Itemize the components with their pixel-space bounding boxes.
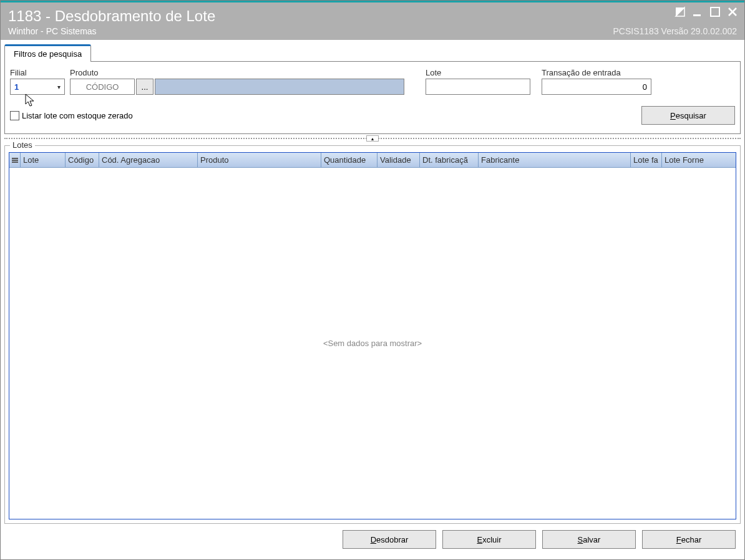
button-bar: Desdobrar Excluir Salvar Fechar: [4, 524, 741, 551]
zero-stock-checkbox[interactable]: [10, 111, 19, 120]
svg-rect-2: [12, 158, 18, 159]
tab-filtros[interactable]: Filtros de pesquisa: [4, 44, 91, 62]
col-quantidade[interactable]: Quantidade: [321, 153, 377, 167]
window-controls: [674, 6, 738, 17]
no-data-label: <Sem dados para mostrar>: [323, 339, 422, 348]
zero-stock-checkbox-group: Listar lote com estoque zerado: [10, 111, 133, 120]
lote-group: Lote: [426, 68, 530, 95]
col-lote-fa[interactable]: Lote fa: [631, 153, 662, 167]
col-fabricante[interactable]: Fabricante: [479, 153, 631, 167]
svg-rect-3: [12, 160, 18, 161]
col-codigo[interactable]: Código: [66, 153, 99, 167]
lookup-button[interactable]: ...: [136, 79, 153, 95]
desdobrar-button[interactable]: Desdobrar: [343, 530, 436, 549]
splitter[interactable]: ▴: [4, 135, 741, 144]
lotes-grid: Lote Código Cód. Agregacao Produto Quant…: [9, 152, 736, 519]
svg-rect-4: [12, 162, 18, 163]
maximize-icon[interactable]: [709, 6, 721, 17]
svg-rect-0: [693, 14, 701, 16]
svg-rect-1: [711, 7, 719, 16]
filter-row-2: Listar lote com estoque zerado Pesquisar: [10, 106, 735, 125]
zero-stock-label: Listar lote com estoque zerado: [22, 111, 133, 120]
close-icon[interactable]: [727, 6, 738, 17]
col-lote-forne[interactable]: Lote Forne: [662, 153, 716, 167]
transacao-input[interactable]: [542, 79, 651, 95]
produto-group: Produto ...: [70, 68, 404, 95]
col-lote[interactable]: Lote: [21, 153, 66, 167]
lote-input[interactable]: [426, 79, 530, 95]
chevron-down-icon: ▾: [57, 84, 61, 90]
filial-label: Filial: [10, 68, 65, 77]
grid-header: Lote Código Cód. Agregacao Produto Quant…: [9, 153, 736, 168]
version-label: PCSIS1183 Versão 29.0.02.002: [613, 26, 737, 36]
content-area: Filtros de pesquisa Filial 1 ▾ Produto: [1, 40, 744, 555]
titlebar: 1183 - Desdobramento de Lote Winthor - P…: [1, 2, 744, 40]
transacao-group: Transação de entrada: [542, 68, 651, 95]
filial-select[interactable]: 1 ▾: [10, 79, 65, 95]
salvar-button[interactable]: Salvar: [542, 530, 636, 549]
filter-row-1: Filial 1 ▾ Produto ...: [10, 68, 735, 95]
col-produto[interactable]: Produto: [198, 153, 321, 167]
lote-label: Lote: [426, 68, 530, 77]
filial-value: 1: [14, 82, 19, 92]
splitter-handle-icon[interactable]: ▴: [366, 135, 379, 142]
window-title: 1183 - Desdobramento de Lote: [8, 7, 737, 25]
lotes-legend: Lotes: [10, 140, 35, 150]
codigo-input[interactable]: [70, 79, 135, 95]
pesquisar-button[interactable]: Pesquisar: [641, 106, 735, 125]
filter-panel: Filial 1 ▾ Produto ...: [4, 61, 741, 134]
app-window: 1183 - Desdobramento de Lote Winthor - P…: [0, 0, 745, 560]
grid-body: <Sem dados para mostrar>: [9, 168, 736, 519]
tab-bar: Filtros de pesquisa: [4, 44, 741, 61]
filial-group: Filial 1 ▾: [10, 68, 65, 95]
lotes-section: Lotes Lote Código Cód. Agregacao Produto…: [4, 145, 741, 524]
grid-indicator-icon[interactable]: [9, 153, 21, 167]
col-dt-fabricacao[interactable]: Dt. fabricaçã: [420, 153, 479, 167]
col-cod-agregacao[interactable]: Cód. Agregacao: [99, 153, 198, 167]
window-mode-icon[interactable]: [674, 6, 686, 17]
col-validade[interactable]: Validade: [377, 153, 420, 167]
excluir-button[interactable]: Excluir: [442, 530, 536, 549]
produto-label: Produto: [70, 68, 404, 77]
produto-display: [155, 79, 404, 95]
minimize-icon[interactable]: [692, 6, 703, 17]
transacao-label: Transação de entrada: [542, 68, 651, 77]
fechar-button[interactable]: Fechar: [642, 530, 736, 549]
